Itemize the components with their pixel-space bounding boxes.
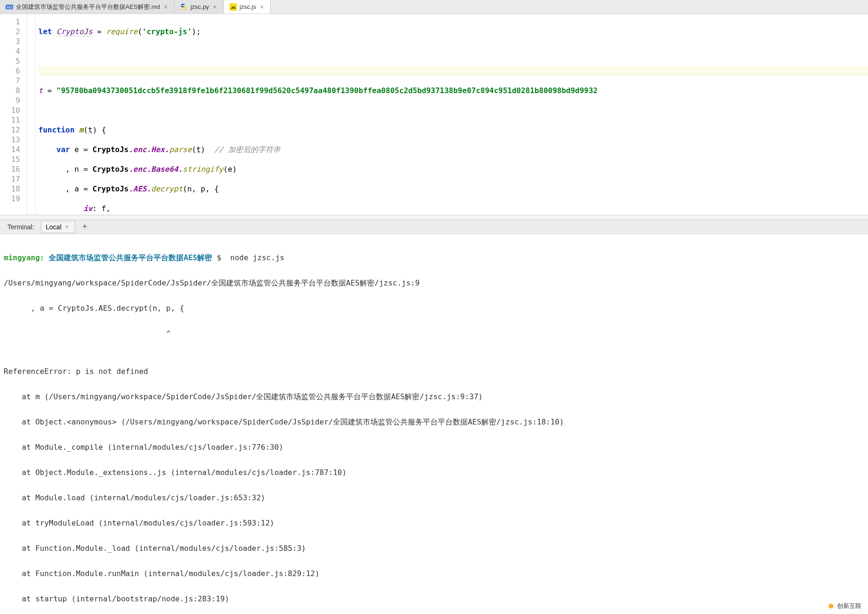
- current-line: [38, 66, 868, 76]
- close-icon[interactable]: ×: [64, 223, 70, 230]
- code-editor[interactable]: 1 2 3 4 5 6 7 8 9 10 11 12 13 14 15 16 1…: [0, 14, 868, 215]
- panel-divider[interactable]: [0, 215, 868, 220]
- fold-gutter: [27, 14, 36, 215]
- javascript-file-icon: JS: [229, 3, 237, 11]
- terminal-panel-label: Terminal:: [5, 221, 37, 233]
- close-icon[interactable]: ×: [259, 3, 265, 11]
- python-file-icon: [180, 3, 188, 11]
- editor-tab-bar: MD 全国建筑市场监管公共服务平台平台数据AES解密.md × jzsc.py …: [0, 0, 868, 14]
- code-content[interactable]: let CryptoJs = require('crypto-js'); t =…: [36, 14, 868, 215]
- tab-label: jzsc.js: [240, 3, 256, 10]
- watermark: 创新互联: [827, 602, 861, 610]
- line-number-gutter: 1 2 3 4 5 6 7 8 9 10 11 12 13 14 15 16 1…: [0, 14, 27, 215]
- tab-js-file[interactable]: JS jzsc.js ×: [224, 0, 271, 14]
- add-terminal-button[interactable]: +: [79, 222, 91, 232]
- terminal-tab-bar: Terminal: Local × +: [0, 220, 868, 234]
- svg-text:JS: JS: [231, 6, 235, 10]
- svg-text:MD: MD: [7, 6, 12, 9]
- tab-label: 全国建筑市场监管公共服务平台平台数据AES解密.md: [16, 3, 160, 11]
- tab-python-file[interactable]: jzsc.py ×: [175, 0, 224, 14]
- terminal-session-tab[interactable]: Local ×: [41, 221, 75, 233]
- close-icon[interactable]: ×: [212, 3, 218, 11]
- watermark-icon: [827, 602, 835, 610]
- terminal-output[interactable]: mingyang: 全国建筑市场监管公共服务平台平台数据AES解密 $ node…: [0, 234, 868, 614]
- terminal-session-label: Local: [46, 223, 61, 231]
- close-icon[interactable]: ×: [163, 3, 169, 11]
- tab-md-file[interactable]: MD 全国建筑市场监管公共服务平台平台数据AES解密.md ×: [0, 0, 175, 14]
- markdown-file-icon: MD: [6, 3, 13, 11]
- tab-label: jzsc.py: [191, 3, 209, 10]
